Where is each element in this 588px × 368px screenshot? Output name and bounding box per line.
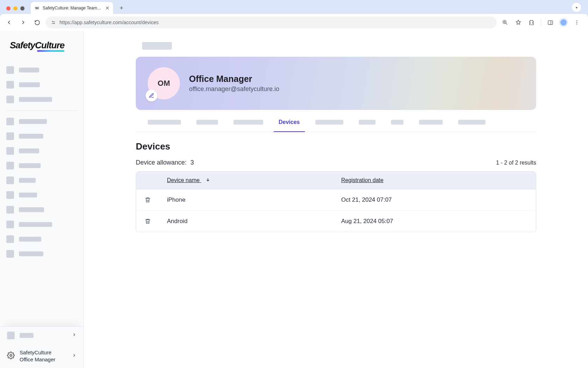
device-date: Aug 21, 2024 05:07	[335, 210, 536, 232]
col-registration-date[interactable]: Registration date	[335, 172, 536, 189]
svg-rect-1	[548, 20, 553, 24]
sidebar-footer-org[interactable]: SafetyCulture Office Manager	[0, 344, 84, 368]
device-name: iPhone	[161, 189, 335, 210]
extensions-icon[interactable]	[526, 17, 537, 28]
org-user: Office Manager	[20, 356, 55, 363]
site-settings-icon[interactable]	[50, 20, 56, 25]
tab-label: Devices	[279, 119, 300, 125]
sidebar-item[interactable]	[6, 132, 77, 140]
profile-email: office.manager@safetyculture.io	[189, 85, 279, 93]
url-text: https://app.safetyculture.com/account/de…	[59, 20, 159, 25]
window-controls	[4, 6, 29, 14]
content: OM Office Manager office.manager@safetyc…	[120, 31, 552, 246]
tab-placeholder[interactable]	[140, 113, 189, 131]
close-tab-button[interactable]: ✕	[105, 5, 110, 11]
edit-avatar-button[interactable]	[146, 90, 158, 102]
app: SafetyCulture	[0, 31, 588, 368]
reload-button[interactable]	[31, 17, 43, 28]
device-name: Android	[161, 210, 335, 232]
tab-placeholder[interactable]	[189, 113, 226, 131]
tab-devices[interactable]: Devices	[271, 113, 308, 132]
tab-placeholder[interactable]	[226, 113, 271, 131]
sidebar-item[interactable]	[6, 206, 77, 214]
avatar-initials: OM	[158, 79, 170, 88]
gear-icon	[7, 352, 15, 361]
device-allowance: Device allowance: 3	[136, 159, 194, 166]
tab-title: SafetyCulture: Manage Teams and…	[43, 6, 103, 11]
table-row: Android Aug 21, 2024 05:07	[136, 210, 536, 232]
sidebar-item[interactable]	[6, 147, 77, 155]
profile-info: Office Manager office.manager@safetycult…	[189, 74, 279, 93]
svg-point-2	[576, 20, 577, 21]
fullscreen-window-button[interactable]	[20, 6, 24, 11]
tab-placeholder[interactable]	[411, 113, 450, 131]
close-window-button[interactable]	[6, 6, 10, 11]
sidebar-item[interactable]	[6, 66, 77, 74]
url-bar[interactable]: https://app.safetyculture.com/account/de…	[46, 16, 497, 28]
zoom-icon[interactable]	[499, 17, 511, 28]
section-title: Devices	[136, 141, 536, 152]
browser-chrome: SC SafetyCulture: Manage Teams and… ✕ + …	[0, 0, 588, 31]
chevron-right-icon	[72, 353, 77, 359]
col-device-name[interactable]: Device name	[161, 172, 335, 189]
sidebar: SafetyCulture	[0, 31, 84, 368]
chevron-right-icon	[72, 332, 77, 339]
delete-device-button[interactable]	[142, 216, 153, 227]
side-panel-icon[interactable]	[545, 17, 556, 28]
allowance-label: Device allowance:	[136, 159, 187, 166]
sidebar-item[interactable]	[6, 96, 77, 103]
profile-tabs: Devices	[136, 113, 536, 132]
sidebar-item[interactable]	[6, 118, 77, 125]
device-date: Oct 21, 2024 07:07	[335, 189, 536, 210]
main: OM Office Manager office.manager@safetyc…	[84, 31, 588, 368]
table-row: iPhone Oct 21, 2024 07:07	[136, 189, 536, 210]
svg-point-5	[10, 354, 12, 356]
separator	[541, 19, 541, 26]
breadcrumb[interactable]	[142, 42, 172, 50]
new-tab-button[interactable]: +	[117, 3, 126, 13]
tab-placeholder[interactable]	[308, 113, 351, 131]
back-button[interactable]	[4, 17, 15, 28]
logo-text: SafetyCulture	[10, 40, 64, 51]
sidebar-item[interactable]	[6, 250, 77, 258]
sidebar-item[interactable]	[6, 221, 77, 228]
delete-device-button[interactable]	[142, 195, 153, 205]
profile-name: Office Manager	[189, 74, 279, 84]
svg-point-3	[576, 22, 577, 23]
sidebar-item[interactable]	[6, 81, 77, 89]
sidebar-nav	[0, 59, 84, 326]
sidebar-item[interactable]	[6, 235, 77, 243]
profile-hero: OM Office Manager office.manager@safetyc…	[136, 57, 536, 110]
forward-button[interactable]	[18, 17, 29, 28]
results-count: 1 - 2 of 2 results	[496, 160, 536, 166]
toolbar-right	[499, 17, 584, 28]
svg-point-4	[576, 23, 577, 24]
browser-toolbar: https://app.safetyculture.com/account/de…	[0, 14, 588, 31]
divider	[6, 110, 77, 111]
org-name: SafetyCulture	[20, 349, 55, 356]
allowance-value: 3	[190, 159, 194, 166]
logo-underline	[37, 50, 64, 52]
browser-tab[interactable]: SC SafetyCulture: Manage Teams and… ✕	[31, 2, 113, 14]
minimize-window-button[interactable]	[13, 6, 18, 11]
profile-button[interactable]	[558, 17, 569, 28]
col-actions	[136, 172, 161, 189]
bookmark-icon[interactable]	[513, 17, 524, 28]
sidebar-item[interactable]	[6, 162, 77, 169]
tab-placeholder[interactable]	[383, 113, 411, 131]
logo[interactable]: SafetyCulture	[0, 31, 84, 59]
devices-table: Device name Registration date	[136, 171, 536, 232]
avatar-wrap: OM	[148, 67, 180, 99]
sort-desc-icon	[205, 177, 210, 183]
tab-placeholder[interactable]	[450, 113, 493, 131]
sidebar-item[interactable]	[6, 191, 77, 199]
sidebar-footer: SafetyCulture Office Manager	[0, 326, 84, 368]
devices-meta: Device allowance: 3 1 - 2 of 2 results	[136, 159, 536, 166]
browser-menu-button[interactable]	[571, 17, 582, 28]
sidebar-footer-row-1[interactable]	[0, 327, 84, 344]
favicon: SC	[34, 5, 40, 11]
tabs-dropdown-button[interactable]: ▾	[572, 3, 581, 12]
sidebar-item[interactable]	[6, 176, 77, 184]
tab-bar: SC SafetyCulture: Manage Teams and… ✕ + …	[0, 0, 588, 14]
tab-placeholder[interactable]	[351, 113, 383, 131]
